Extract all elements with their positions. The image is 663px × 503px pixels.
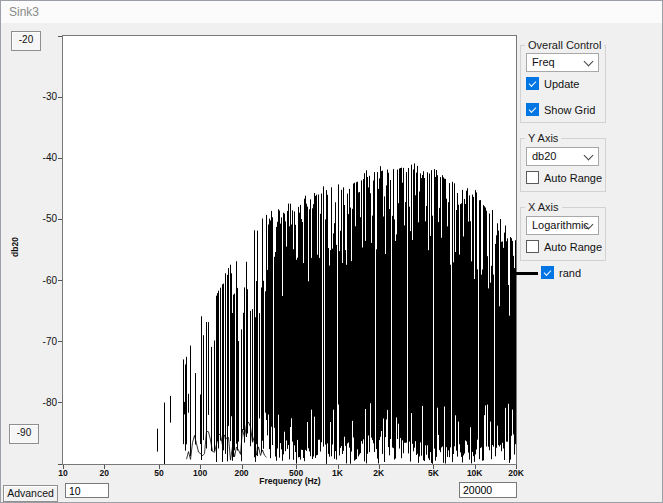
x-tickmark — [338, 465, 339, 469]
x-tick-label: 10K — [460, 468, 490, 478]
x-max-input[interactable] — [459, 482, 517, 498]
legend-row: rand — [514, 265, 624, 281]
y-axis-title: db20 — [10, 227, 20, 267]
legend-rand-label: rand — [559, 266, 581, 280]
x-axis-group-label: X Axis — [525, 201, 562, 213]
y-tick-label: -70 — [23, 336, 57, 347]
x-auto-range-checkbox-row[interactable]: Auto Range — [526, 240, 602, 254]
overall-control-group-label: Overall Control — [525, 39, 604, 51]
y-auto-range-checkbox-row[interactable]: Auto Range — [526, 171, 602, 185]
overall-control-group: Overall Control Freq Update Show Grid — [520, 45, 606, 123]
show-grid-checkbox-row[interactable]: Show Grid — [526, 103, 598, 117]
y-auto-range-checkbox-label: Auto Range — [544, 171, 602, 185]
x-axis-dropdown[interactable]: Logarithmic — [526, 216, 599, 235]
legend-line — [514, 272, 538, 275]
sink3-window: Sink3 -20 -90 db20 -30-40-50-60-70-80102… — [0, 0, 663, 503]
x-tickmark — [516, 465, 517, 469]
x-tickmark — [200, 465, 201, 469]
y-axis-group-label: Y Axis — [525, 132, 561, 144]
chevron-down-icon — [584, 151, 594, 161]
y-axis-dropdown[interactable]: db20 — [526, 147, 599, 166]
plot-area[interactable] — [62, 35, 517, 465]
y-axis-group: Y Axis db20 Auto Range — [520, 138, 606, 192]
x-tickmark — [433, 465, 434, 469]
y-axis-dropdown-value: db20 — [532, 150, 556, 162]
y-tick-label: -80 — [23, 397, 57, 408]
spectrum-plot — [63, 36, 516, 464]
x-auto-range-checkbox[interactable] — [526, 240, 539, 253]
y-auto-range-checkbox[interactable] — [526, 171, 539, 184]
x-tickmark — [104, 465, 105, 469]
x-auto-range-checkbox-label: Auto Range — [544, 240, 602, 254]
legend-rand-checkbox[interactable] — [541, 266, 554, 279]
y-tick-label: -40 — [23, 152, 57, 163]
chevron-down-icon — [584, 57, 594, 67]
update-checkbox[interactable] — [526, 77, 539, 90]
x-tickmark — [242, 465, 243, 469]
x-tickmark — [63, 465, 64, 469]
show-grid-checkbox-label: Show Grid — [544, 103, 595, 117]
y-tick-label: -30 — [23, 91, 57, 102]
overall-control-dropdown-value: Freq — [532, 56, 555, 68]
window-title: Sink3 — [1, 1, 662, 23]
update-checkbox-label: Update — [544, 77, 579, 91]
y-min-limit-box[interactable]: -90 — [9, 424, 39, 444]
update-checkbox-row[interactable]: Update — [526, 77, 598, 91]
y-max-limit-box[interactable]: -20 — [11, 31, 41, 51]
x-tick-label: 50 — [144, 468, 174, 478]
x-tickmark — [475, 465, 476, 469]
x-axis-dropdown-value: Logarithmic — [532, 219, 589, 231]
x-tick-label: 2K — [364, 468, 394, 478]
x-tick-label: 10 — [48, 468, 78, 478]
x-min-input[interactable] — [65, 483, 109, 498]
y-tick-label: -60 — [23, 275, 57, 286]
advanced-button[interactable]: Advanced — [3, 485, 58, 502]
show-grid-checkbox[interactable] — [526, 103, 539, 116]
x-tickmark — [379, 465, 380, 469]
x-tick-label: 20K — [501, 468, 531, 478]
x-axis-group: X Axis Logarithmic Auto Range — [520, 207, 606, 261]
x-tick-label: 20 — [89, 468, 119, 478]
overall-control-dropdown[interactable]: Freq — [526, 53, 599, 72]
x-axis-title: Frequency (Hz) — [239, 476, 341, 486]
x-tick-label: 5K — [418, 468, 448, 478]
y-tick-label: -50 — [23, 213, 57, 224]
x-tickmark — [296, 465, 297, 469]
x-tick-label: 100 — [185, 468, 215, 478]
x-tickmark — [159, 465, 160, 469]
